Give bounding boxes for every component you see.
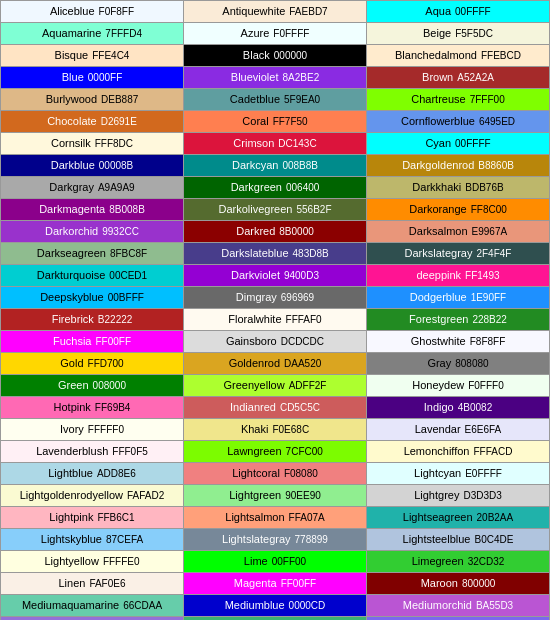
color-name: Lightsalmon: [225, 511, 284, 523]
color-name: Dodgerblue: [410, 291, 467, 303]
color-cell: DarkorangeFF8C00: [367, 199, 550, 221]
color-name: Greenyellow: [224, 379, 285, 391]
color-cell: LightblueADD8E6: [1, 463, 184, 485]
color-hex: FFEBCD: [481, 50, 521, 61]
color-hex: 00008B: [99, 160, 133, 171]
color-cell: deeppinkFF1493: [367, 265, 550, 287]
color-hex: F0F8FF: [99, 6, 135, 17]
color-hex: E0FFFF: [465, 468, 502, 479]
color-cell: Dimgray696969: [184, 287, 367, 309]
color-cell: FloralwhiteFFFAF0: [184, 309, 367, 331]
color-hex: BDB76B: [465, 182, 503, 193]
color-name: Darkslategray: [405, 247, 473, 259]
color-cell: Limegreen32CD32: [367, 551, 550, 573]
color-cell: Dodgerblue1E90FF: [367, 287, 550, 309]
color-hex: 20B2AA: [477, 512, 514, 523]
color-cell: MagentaFF00FF: [184, 573, 367, 595]
color-name: Darkmagenta: [39, 203, 105, 215]
color-cell: Darkblue00008B: [1, 155, 184, 177]
color-name: Aqua: [425, 5, 451, 17]
color-name: deeppink: [416, 269, 461, 281]
color-hex: 7FFF00: [470, 94, 505, 105]
color-cell: CrimsonDC143C: [184, 133, 367, 155]
color-name: Ivory: [60, 423, 84, 435]
color-hex: F8F8FF: [470, 336, 506, 347]
color-cell: Darkviolet9400D3: [184, 265, 367, 287]
color-hex: 008000: [93, 380, 126, 391]
color-hex: 7CFC00: [286, 446, 323, 457]
color-cell: Aqua00FFFF: [367, 1, 550, 23]
color-name: Black: [243, 49, 270, 61]
color-name: Fuchsia: [53, 335, 92, 347]
color-hex: FAFAD2: [127, 490, 164, 501]
color-name: Lightgoldenrodyellow: [20, 489, 123, 501]
color-hex: 32CD32: [468, 556, 505, 567]
color-name: Darkolivegreen: [218, 203, 292, 215]
color-hex: DAA520: [284, 358, 321, 369]
color-name: Antiquewhite: [222, 5, 285, 17]
color-hex: DC143C: [278, 138, 316, 149]
color-hex: ADFF2F: [289, 380, 327, 391]
color-name: Firebrick: [52, 313, 94, 325]
color-hex: DEB887: [101, 94, 138, 105]
color-cell: DarkgoldenrodB8860B: [367, 155, 550, 177]
color-cell: Blue0000FF: [1, 67, 184, 89]
color-cell: LightcoralF08080: [184, 463, 367, 485]
color-cell: LightpinkFFB6C1: [1, 507, 184, 529]
color-hex: 00FFFF: [455, 138, 491, 149]
color-name: Indigo: [424, 401, 454, 413]
color-cell: BlanchedalmondFFEBCD: [367, 45, 550, 67]
color-hex: E6E6FA: [465, 424, 502, 435]
color-cell: Gray808080: [367, 353, 550, 375]
color-name: Deepskyblue: [40, 291, 104, 303]
color-name: Limegreen: [412, 555, 464, 567]
color-cell: Darkmagenta8B008B: [1, 199, 184, 221]
color-name: Magenta: [234, 577, 277, 589]
color-cell: LightyellowFFFFE0: [1, 551, 184, 573]
color-hex: FF8C00: [471, 204, 507, 215]
color-name: Darkblue: [51, 159, 95, 171]
color-cell: Darkslategray2F4F4F: [367, 243, 550, 265]
color-cell: Lightskyblue87CEFA: [1, 529, 184, 551]
color-hex: FF00FF: [95, 336, 131, 347]
color-cell: Cornflowerblue6495ED: [367, 111, 550, 133]
color-name: Lawngreen: [227, 445, 281, 457]
color-name: Darkviolet: [231, 269, 280, 281]
color-name: Cornflowerblue: [401, 115, 475, 127]
color-cell: Cyan00FFFF: [367, 133, 550, 155]
color-cell: IvoryFFFFF0: [1, 419, 184, 441]
color-name: Lightsteelblue: [403, 533, 471, 545]
color-hex: 0000FF: [88, 72, 122, 83]
color-cell: Lawngreen7CFC00: [184, 441, 367, 463]
color-cell: Lightslategray778899: [184, 529, 367, 551]
color-hex: 000000: [274, 50, 307, 61]
color-name: Darkseagreen: [37, 247, 106, 259]
color-cell: GainsboroDCDCDC: [184, 331, 367, 353]
color-hex: 556B2F: [296, 204, 331, 215]
color-cell: LinenFAF0E6: [1, 573, 184, 595]
color-hex: 2F4F4F: [476, 248, 511, 259]
color-hex: 006400: [286, 182, 319, 193]
color-cell: Mediumseagreen3CB371: [184, 617, 367, 621]
color-hex: FAEBD7: [289, 6, 327, 17]
color-cell: KhakiF0E68C: [184, 419, 367, 441]
color-cell: Forestgreen228B22: [367, 309, 550, 331]
color-name: Lightskyblue: [41, 533, 102, 545]
color-name: Dimgray: [236, 291, 277, 303]
color-cell: Mediumslateblue7B68EE: [367, 617, 550, 621]
color-hex: 008B8B: [282, 160, 318, 171]
color-hex: 90EE90: [285, 490, 321, 501]
color-name: Ghostwhite: [411, 335, 466, 347]
color-name: Cornsilk: [51, 137, 91, 149]
color-name: Green: [58, 379, 89, 391]
color-cell: GreenyellowADFF2F: [184, 375, 367, 397]
color-hex: 9932CC: [102, 226, 139, 237]
color-hex: 4B0082: [458, 402, 492, 413]
color-cell: Mediumpurple9370D8: [1, 617, 184, 621]
color-name: Lightblue: [48, 467, 93, 479]
color-hex: FFA07A: [289, 512, 325, 523]
color-name: Lightseagreen: [403, 511, 473, 523]
color-cell: Darkred8B0000: [184, 221, 367, 243]
color-name: Brown: [422, 71, 453, 83]
color-hex: 87CEFA: [106, 534, 143, 545]
